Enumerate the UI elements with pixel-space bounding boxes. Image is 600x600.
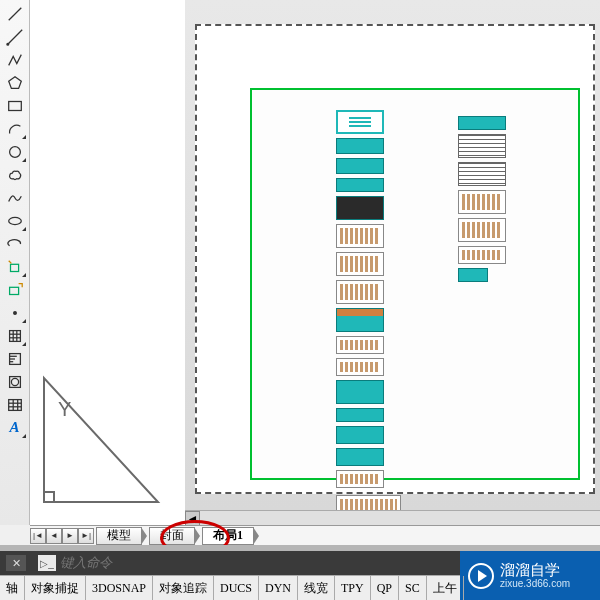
sheet-thumb (336, 380, 384, 404)
status-sc[interactable]: SC (399, 576, 427, 600)
tab-model-label: 模型 (107, 527, 131, 544)
sheet-thumb (458, 218, 506, 242)
status-tpy[interactable]: TPY (335, 576, 371, 600)
status-axis[interactable]: 轴 (0, 576, 25, 600)
layout-tabs-bar: |◄ ◄ ► ►| 模型 封面 布局1 (30, 525, 600, 545)
make-block-tool[interactable] (3, 278, 27, 301)
svg-rect-27 (44, 492, 54, 502)
sheet-thumb (336, 358, 384, 376)
command-prompt-icon: ▷_ (38, 555, 56, 571)
scroll-left-icon[interactable]: ◄ (185, 511, 200, 526)
mtext-tool[interactable]: A (3, 416, 27, 439)
sheet-thumb (458, 134, 506, 158)
sheet-thumb (458, 190, 506, 214)
table-tool[interactable] (3, 393, 27, 416)
sheet-thumb (336, 252, 384, 276)
ellipse-arc-tool[interactable] (3, 232, 27, 255)
svg-point-20 (11, 378, 18, 385)
title-block-thumb (336, 110, 384, 134)
rectangle-tool[interactable] (3, 94, 27, 117)
sheet-thumb (336, 138, 384, 154)
sheet-thumb (336, 426, 384, 444)
svg-marker-3 (8, 76, 21, 88)
badge-brand: 溜溜自学 (500, 562, 570, 579)
sheet-thumb (336, 178, 384, 192)
status-3dosnap[interactable]: 3DOSNAP (86, 576, 153, 600)
revcloud-tool[interactable] (3, 163, 27, 186)
region-tool[interactable] (3, 370, 27, 393)
ucs-y-text: Y (58, 398, 71, 421)
tab-next-button[interactable]: ► (62, 528, 78, 544)
play-icon (468, 563, 494, 589)
tab-separator-icon (194, 527, 200, 545)
construction-line-tool[interactable] (3, 25, 27, 48)
tab-nav: |◄ ◄ ► ►| (30, 528, 94, 544)
tab-last-button[interactable]: ►| (78, 528, 94, 544)
circle-tool[interactable] (3, 140, 27, 163)
hatch-tool[interactable] (3, 324, 27, 347)
horizontal-scrollbar[interactable]: ◄ (185, 510, 600, 525)
status-osnap[interactable]: 对象捕捉 (25, 576, 86, 600)
svg-rect-7 (10, 264, 18, 271)
svg-rect-8 (9, 287, 18, 294)
svg-line-0 (8, 7, 21, 20)
tab-prev-button[interactable]: ◄ (46, 528, 62, 544)
mtext-label: A (9, 419, 19, 436)
svg-point-5 (9, 146, 20, 157)
sheet-column-right (458, 116, 506, 286)
svg-rect-10 (9, 330, 20, 341)
sheet-thumb (336, 280, 384, 304)
sheet-thumb (336, 308, 384, 332)
layout-viewport[interactable] (250, 88, 580, 480)
tab-layout1[interactable]: 布局1 (202, 527, 254, 545)
sheet-thumb (458, 162, 506, 186)
arc-tool[interactable] (3, 117, 27, 140)
sheet-thumb (336, 448, 384, 466)
sheet-thumb (336, 336, 384, 354)
point-tool[interactable] (3, 301, 27, 324)
sheet-thumb (458, 268, 488, 282)
sheet-thumb (458, 246, 506, 264)
sheet-thumb (336, 470, 384, 488)
svg-point-2 (6, 43, 8, 45)
insert-block-tool[interactable] (3, 255, 27, 278)
svg-rect-21 (8, 399, 21, 410)
svg-marker-26 (44, 378, 158, 502)
status-qp[interactable]: QP (371, 576, 399, 600)
tab-separator-icon (141, 527, 147, 545)
sheet-thumb (336, 224, 384, 248)
tab-cover-label: 封面 (160, 527, 184, 544)
polygon-tool[interactable] (3, 71, 27, 94)
tab-first-button[interactable]: |◄ (30, 528, 46, 544)
svg-point-9 (13, 311, 16, 314)
status-bar: 轴 对象捕捉 3DOSNAP 对象追踪 DUCS DYN 线宽 TPY QP S… (0, 575, 460, 600)
svg-point-6 (8, 217, 21, 224)
sheet-thumb (336, 196, 384, 220)
sheet-thumb (458, 116, 506, 130)
tab-model[interactable]: 模型 (96, 527, 142, 545)
svg-rect-4 (8, 101, 21, 110)
badge-site: zixue.3d66.com (500, 578, 570, 589)
status-dyn[interactable]: DYN (259, 576, 298, 600)
ellipse-tool[interactable] (3, 209, 27, 232)
line-tool[interactable] (3, 2, 27, 25)
tab-cover[interactable]: 封面 (149, 527, 195, 545)
tab-separator-icon (253, 527, 259, 545)
gradient-tool[interactable] (3, 347, 27, 370)
draw-toolbar: A (0, 0, 30, 525)
polyline-tool[interactable] (3, 48, 27, 71)
status-am[interactable]: 上午 (427, 576, 464, 600)
sheet-thumb (336, 408, 384, 422)
watermark-badge: 溜溜自学 zixue.3d66.com (460, 551, 600, 600)
ucs-icon[interactable]: Y (36, 370, 166, 510)
status-ducs[interactable]: DUCS (214, 576, 259, 600)
status-lwt[interactable]: 线宽 (298, 576, 335, 600)
spline-tool[interactable] (3, 186, 27, 209)
tab-layout1-label: 布局1 (213, 527, 243, 544)
close-cmdline-button[interactable]: ✕ (6, 555, 26, 571)
svg-line-1 (7, 29, 21, 43)
status-otrack[interactable]: 对象追踪 (153, 576, 214, 600)
sheet-column-left (336, 110, 384, 492)
sheet-thumb (336, 158, 384, 174)
